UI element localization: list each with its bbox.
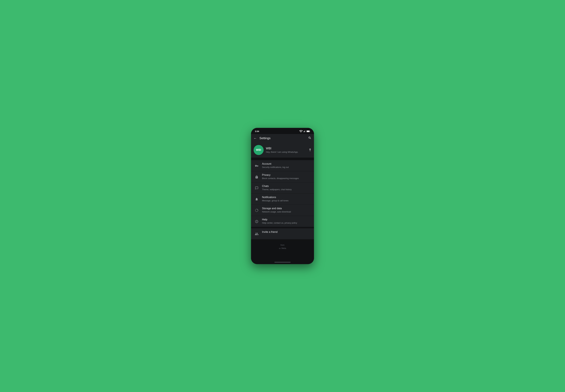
status-bar: 3:04 <box>251 128 314 134</box>
profile-status: Hey, there! I am using WhatsApp. <box>266 151 308 153</box>
search-button[interactable] <box>308 136 311 140</box>
storage-icon <box>254 207 260 213</box>
menu-item-invite[interactable]: Invite a friend <box>251 228 314 239</box>
help-title: Help <box>262 218 311 221</box>
back-button[interactable]: ← <box>254 137 257 140</box>
invite-icon <box>254 231 260 237</box>
profile-info: WBI Hey, there! I am using WhatsApp. <box>266 147 308 153</box>
account-title: Account <box>262 162 311 165</box>
separator-2 <box>251 227 314 228</box>
status-icons <box>299 129 310 133</box>
storage-title: Storage and data <box>262 207 311 210</box>
storage-text: Storage and data Network usage, auto-dow… <box>262 207 311 213</box>
search-icon <box>308 136 311 140</box>
help-icon: ? <box>254 218 260 224</box>
notifications-text: Notifications Message, group & call tone… <box>262 196 311 202</box>
status-time: 3:04 <box>255 130 259 133</box>
chats-title: Chats <box>262 185 311 188</box>
privacy-text: Privacy Block contacts, disappearing mes… <box>262 174 311 180</box>
battery-icon <box>306 130 310 132</box>
help-text: Help Help center, contact us, privacy po… <box>262 218 311 224</box>
app-bar: ← Settings <box>251 134 314 142</box>
chats-text: Chats Theme, wallpapers, chat history <box>262 185 311 191</box>
menu-item-chats[interactable]: Chats Theme, wallpapers, chat history <box>251 182 314 193</box>
meta-infinity-icon: ∞ <box>279 247 281 250</box>
signal-icon <box>303 130 306 132</box>
svg-rect-3 <box>305 130 305 132</box>
menu-item-account[interactable]: Account Security notifications, log out <box>251 160 314 171</box>
wifi-icon <box>299 129 303 133</box>
svg-rect-2 <box>304 131 305 132</box>
footer-from-label: from <box>281 244 284 246</box>
notifications-title: Notifications <box>262 196 311 199</box>
home-indicator <box>251 261 314 264</box>
account-subtitle: Security notifications, log out <box>262 166 311 169</box>
meta-label: Meta <box>281 247 286 250</box>
phone-frame: 3:04 ← Settings <box>251 128 314 264</box>
key-icon <box>254 163 260 169</box>
profile-section[interactable]: WBI WBI Hey, there! I am using WhatsApp.… <box>251 142 314 158</box>
account-text: Account Security notifications, log out <box>262 162 311 169</box>
menu-item-help[interactable]: ? Help Help center, contact us, privacy … <box>251 216 314 227</box>
privacy-subtitle: Block contacts, disappearing messages <box>262 177 311 180</box>
lock-icon <box>254 174 260 180</box>
svg-rect-5 <box>310 131 310 132</box>
content-area: WBI WBI Hey, there! I am using WhatsApp.… <box>251 142 314 261</box>
chats-subtitle: Theme, wallpapers, chat history <box>262 188 311 191</box>
chat-icon <box>254 185 260 191</box>
menu-item-privacy[interactable]: Privacy Block contacts, disappearing mes… <box>251 171 314 182</box>
footer: from ∞ Meta <box>251 239 314 252</box>
invite-title: Invite a friend <box>262 231 311 234</box>
app-bar-title: Settings <box>259 136 308 140</box>
avatar: WBI <box>254 145 264 155</box>
menu-item-storage[interactable]: Storage and data Network usage, auto-dow… <box>251 205 314 216</box>
home-bar <box>275 262 290 263</box>
help-subtitle: Help center, contact us, privacy policy <box>262 222 311 224</box>
svg-text:?: ? <box>256 221 257 223</box>
bell-icon <box>254 196 260 202</box>
invite-text: Invite a friend <box>262 231 311 234</box>
svg-rect-0 <box>304 131 304 132</box>
svg-rect-1 <box>304 131 304 132</box>
profile-name: WBI <box>266 147 308 150</box>
svg-rect-6 <box>307 131 309 132</box>
storage-subtitle: Network usage, auto-download <box>262 210 311 213</box>
separator-1 <box>251 159 314 160</box>
notifications-subtitle: Message, group & call tones <box>262 199 311 202</box>
privacy-title: Privacy <box>262 174 311 176</box>
meta-logo: ∞ Meta <box>279 247 286 250</box>
menu-item-notifications[interactable]: Notifications Message, group & call tone… <box>251 194 314 205</box>
